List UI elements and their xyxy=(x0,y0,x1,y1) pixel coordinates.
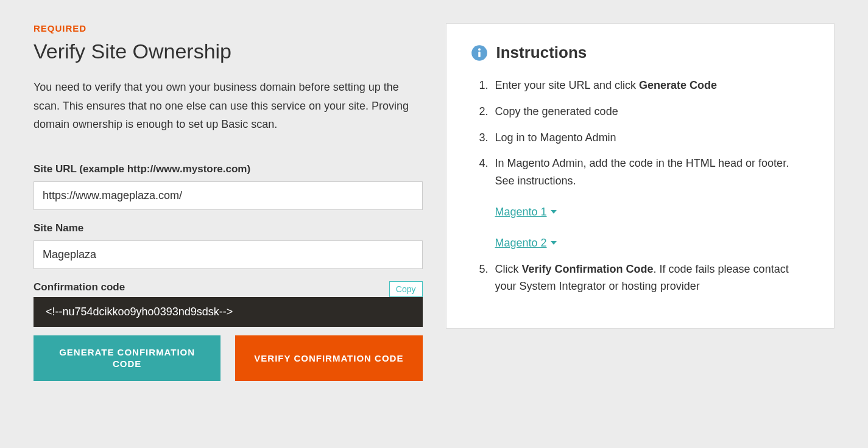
button-row: GENERATE CONFIRMATION CODE VERIFY CONFIR… xyxy=(34,335,423,381)
description-text: You need to verify that you own your bus… xyxy=(34,78,423,134)
generate-code-button[interactable]: GENERATE CONFIRMATION CODE xyxy=(34,335,221,381)
instructions-panel: Instructions Enter your site URL and cli… xyxy=(446,23,835,329)
instruction-step-5: Click Verify Confirmation Code. If code … xyxy=(492,261,810,296)
info-icon xyxy=(471,44,488,61)
instructions-title: Instructions xyxy=(496,43,587,62)
page-title: Verify Site Ownership xyxy=(34,40,423,63)
instruction-step-2: Copy the generated code xyxy=(492,103,810,121)
instructions-header: Instructions xyxy=(471,43,810,62)
svg-point-2 xyxy=(478,48,481,51)
instructions-list: Enter your site URL and click Generate C… xyxy=(471,77,810,295)
svg-rect-1 xyxy=(478,51,481,57)
magento-2-link[interactable]: Magento 2 xyxy=(495,234,557,252)
site-name-label: Site Name xyxy=(34,222,423,234)
copy-button[interactable]: Copy xyxy=(389,281,423,297)
instruction-step-3: Log in to Magento Admin xyxy=(492,129,810,147)
site-url-group: Site URL (example http://www.mystore.com… xyxy=(34,163,423,210)
caret-down-icon xyxy=(551,241,557,245)
caret-down-icon xyxy=(551,210,557,214)
instructions-section: Instructions Enter your site URL and cli… xyxy=(446,23,835,381)
instruction-step-4: In Magento Admin, add the code in the HT… xyxy=(492,155,810,251)
site-url-label: Site URL (example http://www.mystore.com… xyxy=(34,163,423,175)
confirmation-code-box: <!--nu754dcikkoo9yho0393nd9sdsk--> xyxy=(34,297,423,327)
required-tag: REQUIRED xyxy=(34,23,423,33)
verify-code-button[interactable]: VERIFY CONFIRMATION CODE xyxy=(235,335,422,381)
confirmation-code-label: Confirmation code xyxy=(34,281,125,293)
magento-1-link[interactable]: Magento 1 xyxy=(495,203,557,221)
confirmation-group: Confirmation code Copy <!--nu754dcikkoo9… xyxy=(34,281,423,327)
form-section: REQUIRED Verify Site Ownership You need … xyxy=(34,23,423,381)
site-name-group: Site Name xyxy=(34,222,423,269)
site-name-input[interactable] xyxy=(34,240,423,269)
site-url-input[interactable] xyxy=(34,181,423,210)
instruction-step-1: Enter your site URL and click Generate C… xyxy=(492,77,810,94)
